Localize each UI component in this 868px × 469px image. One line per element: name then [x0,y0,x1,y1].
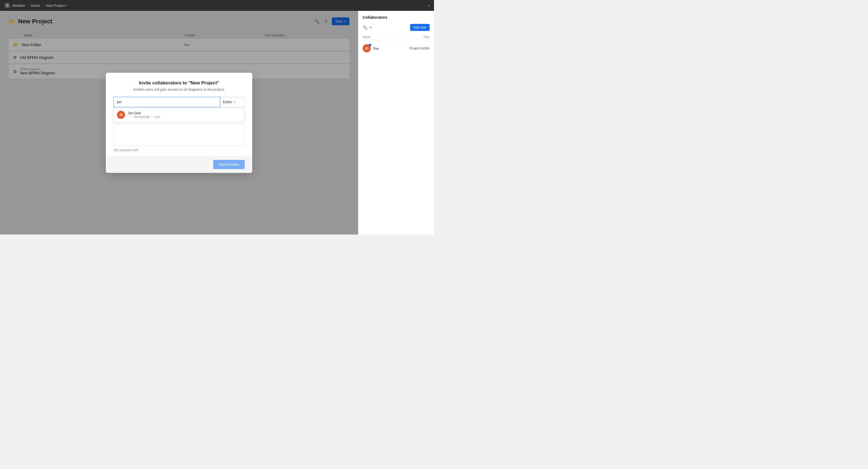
modal-subtitle: Invited users will gain access to all di… [113,87,245,91]
role-dropdown-arrow: ▾ [234,100,235,104]
breadcrumb-home[interactable]: Home [31,3,40,8]
topnav: C Modeler › Home › New Project ▾ ▾ [0,0,434,11]
message-textarea[interactable] [113,124,245,146]
collaborators-sidebar: Collaborators 🔍 ≡ Add user Name Role JD … [358,11,434,235]
collab-title: Collaborators [363,15,430,20]
collab-row: JD You Project Admin [363,42,430,55]
app-title: Modeler [12,3,25,8]
suggestion-dropdown: JD Jon Doe ········dev+john@·····.com [113,108,245,122]
content-area: 📁 New Project 🔍 ≡ New ▾ Name Creator Las… [0,11,358,235]
add-user-button[interactable]: Add user [410,24,430,31]
app-logo: C [4,2,10,8]
suggestion-name: Jon Doe [128,111,160,115]
invite-search-input[interactable] [113,97,220,107]
suggestion-avatar: JD [117,111,125,119]
suggestion-item[interactable]: JD Jon Doe ········dev+john@·····.com [114,108,244,122]
char-count: 500 characters left. [113,148,245,152]
suggestion-email: ········dev+john@·····.com [128,115,160,118]
collab-action-row: 🔍 ≡ Add user [363,24,430,31]
collab-col-name: Name [363,35,396,38]
invite-input-row: Editor ▾ [113,97,245,107]
invite-modal: Invite collaborators to "New Project" In… [106,73,252,173]
collab-table-header: Name Role [363,34,430,40]
collab-name: You [373,47,410,51]
modal-footer: Send invites [106,156,252,173]
collab-role: Project Admin [410,47,430,50]
collab-avatar: JD [363,44,371,52]
breadcrumb-sep1: › [27,3,29,8]
breadcrumb-sep2: › [42,3,43,8]
topnav-right-arrow: ▾ [428,4,430,7]
collab-col-role: Role [396,35,430,38]
send-invites-button[interactable]: Send invites [213,160,245,169]
collab-search-button[interactable]: 🔍 [363,25,367,30]
breadcrumb-project[interactable]: New Project ▾ [45,3,67,8]
collab-filter-button[interactable]: ≡ [369,25,372,30]
role-dropdown[interactable]: Editor ▾ [220,97,245,107]
project-dropdown-arrow: ▾ [66,4,67,7]
suggestion-info: Jon Doe ········dev+john@·····.com [128,111,160,118]
collab-avatar-badge [369,44,371,47]
collab-header: Collaborators [363,15,430,20]
modal-body: Invite collaborators to "New Project" In… [106,73,252,156]
main-layout: 📁 New Project 🔍 ≡ New ▾ Name Creator Las… [0,11,434,235]
modal-title: Invite collaborators to "New Project" [113,80,245,86]
modal-overlay[interactable]: Invite collaborators to "New Project" In… [0,11,358,235]
